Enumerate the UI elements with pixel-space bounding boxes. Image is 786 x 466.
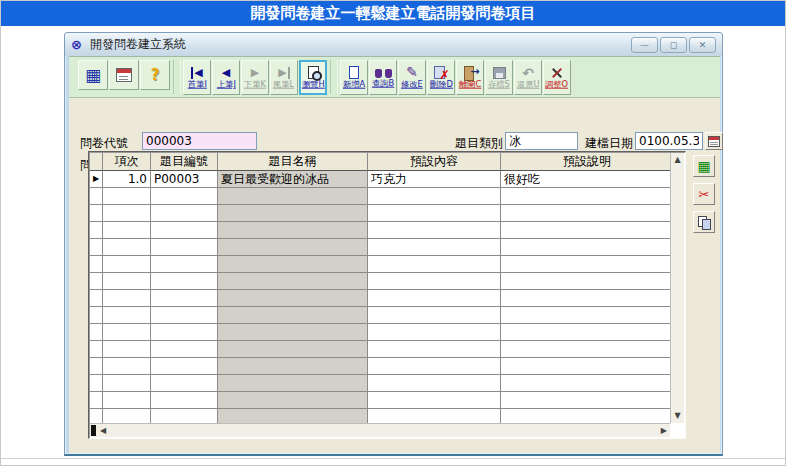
- cell-seq[interactable]: [103, 409, 151, 423]
- cell-content[interactable]: [368, 409, 501, 423]
- cell-content[interactable]: 巧克力: [368, 171, 501, 188]
- cell-content[interactable]: [368, 205, 501, 222]
- table-row[interactable]: [90, 307, 670, 324]
- cell-seq[interactable]: [103, 392, 151, 409]
- date-picker-button[interactable]: [705, 132, 723, 150]
- calendar-button[interactable]: [109, 60, 139, 90]
- table-row[interactable]: [90, 256, 670, 273]
- cell-name[interactable]: [218, 375, 368, 392]
- cell-note[interactable]: [501, 205, 670, 222]
- cell-note[interactable]: [501, 222, 670, 239]
- cell-name[interactable]: [218, 358, 368, 375]
- scroll-right-icon[interactable]: ▶: [661, 424, 667, 438]
- cell-name[interactable]: [218, 205, 368, 222]
- grid-view-button[interactable]: ▦: [693, 155, 715, 177]
- cell-code[interactable]: P00003: [151, 171, 218, 188]
- cell-note[interactable]: [501, 392, 670, 409]
- cell-note[interactable]: [501, 290, 670, 307]
- cell-note[interactable]: [501, 358, 670, 375]
- cut-button[interactable]: ✂: [693, 183, 715, 205]
- table-row[interactable]: [90, 290, 670, 307]
- cell-seq[interactable]: [103, 256, 151, 273]
- cell-name[interactable]: [218, 307, 368, 324]
- cell-content[interactable]: [368, 222, 501, 239]
- cell-content[interactable]: [368, 290, 501, 307]
- row-selector[interactable]: [90, 256, 103, 273]
- row-selector[interactable]: [90, 188, 103, 205]
- cell-seq[interactable]: [103, 341, 151, 358]
- modify-button[interactable]: ✎修改E: [398, 60, 426, 95]
- cell-code[interactable]: [151, 375, 218, 392]
- row-selector[interactable]: [90, 222, 103, 239]
- cell-note[interactable]: [501, 239, 670, 256]
- cell-code[interactable]: [151, 256, 218, 273]
- cell-note[interactable]: [501, 409, 670, 423]
- cell-seq[interactable]: [103, 358, 151, 375]
- cell-name[interactable]: [218, 324, 368, 341]
- cell-code[interactable]: [151, 205, 218, 222]
- cell-note[interactable]: [501, 188, 670, 205]
- scroll-down-icon[interactable]: ▼: [671, 410, 684, 422]
- category-input[interactable]: [505, 132, 578, 150]
- maximize-button[interactable]: ◻: [660, 37, 687, 53]
- cell-content[interactable]: [368, 358, 501, 375]
- row-selector[interactable]: [90, 239, 103, 256]
- cell-content[interactable]: [368, 324, 501, 341]
- row-selector[interactable]: [90, 358, 103, 375]
- exit-button[interactable]: 離開C: [456, 60, 484, 95]
- cell-name[interactable]: [218, 188, 368, 205]
- cell-note[interactable]: [501, 324, 670, 341]
- cell-content[interactable]: [368, 392, 501, 409]
- cell-seq[interactable]: [103, 222, 151, 239]
- cell-code[interactable]: [151, 392, 218, 409]
- scroll-left-icon[interactable]: ◀: [100, 424, 106, 438]
- table-row[interactable]: [90, 205, 670, 222]
- row-selector[interactable]: [90, 341, 103, 358]
- cell-seq[interactable]: [103, 205, 151, 222]
- cell-seq[interactable]: 1.0: [103, 171, 151, 188]
- cell-code[interactable]: [151, 290, 218, 307]
- cell-seq[interactable]: [103, 188, 151, 205]
- cell-note[interactable]: [501, 341, 670, 358]
- row-selector[interactable]: [90, 290, 103, 307]
- table-row[interactable]: ▶1.0P00003夏日最受歡迎的冰品巧克力很好吃: [90, 171, 670, 188]
- cell-code[interactable]: [151, 307, 218, 324]
- row-selector[interactable]: [90, 273, 103, 290]
- table-row[interactable]: [90, 239, 670, 256]
- cell-note[interactable]: [501, 307, 670, 324]
- cell-name[interactable]: [218, 341, 368, 358]
- query-button[interactable]: 查詢B: [369, 60, 397, 95]
- window-titlebar[interactable]: ⊗ 開發問卷建立系統 — ◻ ✕: [65, 33, 722, 56]
- row-selector[interactable]: [90, 307, 103, 324]
- cell-name[interactable]: [218, 273, 368, 290]
- cell-note[interactable]: 很好吃: [501, 171, 670, 188]
- browse-button[interactable]: 瀏覽H: [299, 60, 327, 95]
- row-selector[interactable]: [90, 409, 103, 423]
- table-row[interactable]: [90, 222, 670, 239]
- table-row[interactable]: [90, 358, 670, 375]
- date-input[interactable]: [635, 132, 703, 150]
- cell-note[interactable]: [501, 256, 670, 273]
- cell-code[interactable]: [151, 409, 218, 423]
- horizontal-scrollbar[interactable]: ◀ ▶: [90, 423, 670, 437]
- cell-code[interactable]: [151, 222, 218, 239]
- table-row[interactable]: [90, 188, 670, 205]
- delete-button[interactable]: 刪除D: [427, 60, 455, 95]
- cell-name[interactable]: [218, 222, 368, 239]
- row-selector[interactable]: [90, 375, 103, 392]
- row-selector[interactable]: ▶: [90, 171, 103, 188]
- cell-seq[interactable]: [103, 239, 151, 256]
- copy-button[interactable]: [693, 211, 715, 233]
- cell-seq[interactable]: [103, 273, 151, 290]
- cell-content[interactable]: [368, 341, 501, 358]
- table-row[interactable]: [90, 392, 670, 409]
- scrollbar-thumb[interactable]: [91, 425, 96, 436]
- scroll-up-icon[interactable]: ▲: [671, 154, 684, 166]
- cell-content[interactable]: [368, 273, 501, 290]
- cell-code[interactable]: [151, 358, 218, 375]
- close-button[interactable]: ✕: [689, 37, 716, 53]
- cell-note[interactable]: [501, 375, 670, 392]
- first-record-button[interactable]: ◀首筆I: [183, 60, 211, 95]
- cell-name[interactable]: [218, 409, 368, 423]
- cell-code[interactable]: [151, 188, 218, 205]
